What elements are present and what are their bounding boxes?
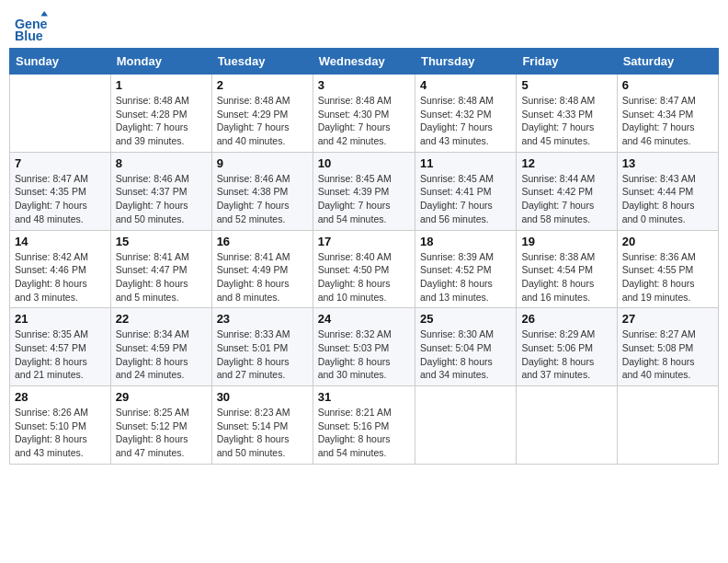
calendar-cell [10, 75, 111, 153]
calendar-cell: 26Sunrise: 8:29 AM Sunset: 5:06 PM Dayli… [517, 308, 617, 386]
day-info: Sunrise: 8:26 AM Sunset: 5:10 PM Dayligh… [15, 406, 106, 460]
day-info: Sunrise: 8:23 AM Sunset: 5:14 PM Dayligh… [217, 406, 308, 460]
day-number: 5 [521, 78, 611, 92]
day-number: 4 [420, 78, 511, 92]
calendar-cell: 24Sunrise: 8:32 AM Sunset: 5:03 PM Dayli… [313, 308, 415, 386]
day-number: 13 [622, 156, 713, 170]
week-row-2: 7Sunrise: 8:47 AM Sunset: 4:35 PM Daylig… [10, 152, 719, 230]
calendar-cell: 23Sunrise: 8:33 AM Sunset: 5:01 PM Dayli… [211, 308, 313, 386]
day-info: Sunrise: 8:45 AM Sunset: 4:39 PM Dayligh… [318, 172, 410, 226]
page-header: General Blue [9, 9, 719, 44]
calendar-cell: 4Sunrise: 8:48 AM Sunset: 4:32 PM Daylig… [415, 75, 516, 153]
day-number: 18 [420, 235, 511, 248]
day-number: 7 [15, 156, 106, 170]
day-info: Sunrise: 8:27 AM Sunset: 5:08 PM Dayligh… [622, 327, 713, 382]
day-info: Sunrise: 8:48 AM Sunset: 4:30 PM Dayligh… [318, 94, 410, 148]
day-number: 25 [420, 312, 511, 326]
day-number: 3 [318, 78, 410, 92]
day-info: Sunrise: 8:35 AM Sunset: 4:57 PM Dayligh… [15, 327, 106, 382]
day-info: Sunrise: 8:48 AM Sunset: 4:33 PM Dayligh… [521, 94, 611, 148]
calendar-cell: 15Sunrise: 8:41 AM Sunset: 4:47 PM Dayli… [110, 230, 211, 308]
calendar-cell: 11Sunrise: 8:45 AM Sunset: 4:41 PM Dayli… [415, 152, 516, 230]
day-info: Sunrise: 8:34 AM Sunset: 4:59 PM Dayligh… [116, 327, 207, 382]
day-number: 20 [622, 235, 713, 248]
calendar-cell: 20Sunrise: 8:36 AM Sunset: 4:55 PM Dayli… [617, 230, 718, 308]
day-info: Sunrise: 8:32 AM Sunset: 5:03 PM Dayligh… [318, 327, 410, 382]
day-number: 12 [521, 156, 611, 170]
day-number: 14 [15, 235, 106, 248]
calendar-cell: 16Sunrise: 8:41 AM Sunset: 4:49 PM Dayli… [211, 230, 313, 308]
day-number: 27 [622, 312, 713, 326]
day-info: Sunrise: 8:40 AM Sunset: 4:50 PM Dayligh… [318, 250, 410, 304]
day-number: 8 [116, 156, 207, 170]
day-number: 26 [521, 312, 611, 326]
svg-marker-2 [40, 11, 48, 17]
day-number: 1 [116, 78, 207, 92]
logo: General Blue [13, 9, 51, 44]
day-info: Sunrise: 8:48 AM Sunset: 4:29 PM Dayligh… [217, 94, 308, 148]
day-info: Sunrise: 8:47 AM Sunset: 4:34 PM Dayligh… [622, 94, 713, 148]
day-number: 21 [15, 312, 106, 326]
calendar-cell: 21Sunrise: 8:35 AM Sunset: 4:57 PM Dayli… [10, 308, 111, 386]
calendar-cell: 12Sunrise: 8:44 AM Sunset: 4:42 PM Dayli… [517, 152, 617, 230]
day-header-friday: Friday [517, 49, 617, 75]
day-info: Sunrise: 8:39 AM Sunset: 4:52 PM Dayligh… [420, 250, 511, 304]
calendar-cell: 22Sunrise: 8:34 AM Sunset: 4:59 PM Dayli… [110, 308, 211, 386]
calendar-cell: 2Sunrise: 8:48 AM Sunset: 4:29 PM Daylig… [211, 75, 313, 153]
day-number: 22 [116, 312, 207, 326]
day-info: Sunrise: 8:45 AM Sunset: 4:41 PM Dayligh… [420, 172, 511, 226]
week-row-3: 14Sunrise: 8:42 AM Sunset: 4:46 PM Dayli… [10, 230, 719, 308]
day-info: Sunrise: 8:25 AM Sunset: 5:12 PM Dayligh… [116, 406, 207, 460]
day-number: 6 [622, 78, 713, 92]
calendar-cell: 18Sunrise: 8:39 AM Sunset: 4:52 PM Dayli… [415, 230, 516, 308]
calendar-cell: 28Sunrise: 8:26 AM Sunset: 5:10 PM Dayli… [10, 386, 111, 465]
calendar-cell: 5Sunrise: 8:48 AM Sunset: 4:33 PM Daylig… [517, 75, 617, 153]
calendar-cell: 8Sunrise: 8:46 AM Sunset: 4:37 PM Daylig… [110, 152, 211, 230]
day-number: 9 [217, 156, 308, 170]
day-number: 2 [217, 78, 308, 92]
day-number: 15 [116, 235, 207, 248]
week-row-5: 28Sunrise: 8:26 AM Sunset: 5:10 PM Dayli… [10, 386, 719, 465]
day-header-thursday: Thursday [415, 49, 516, 75]
day-header-saturday: Saturday [617, 49, 718, 75]
day-header-monday: Monday [110, 49, 211, 75]
day-info: Sunrise: 8:46 AM Sunset: 4:38 PM Dayligh… [217, 172, 308, 226]
day-header-sunday: Sunday [10, 49, 111, 75]
calendar-cell: 3Sunrise: 8:48 AM Sunset: 4:30 PM Daylig… [313, 75, 415, 153]
calendar-cell: 1Sunrise: 8:48 AM Sunset: 4:28 PM Daylig… [110, 75, 211, 153]
svg-text:Blue: Blue [15, 29, 43, 43]
day-number: 31 [318, 390, 410, 404]
calendar-cell [517, 386, 617, 465]
calendar-cell: 9Sunrise: 8:46 AM Sunset: 4:38 PM Daylig… [211, 152, 313, 230]
calendar-cell: 14Sunrise: 8:42 AM Sunset: 4:46 PM Dayli… [10, 230, 111, 308]
calendar-cell: 13Sunrise: 8:43 AM Sunset: 4:44 PM Dayli… [617, 152, 718, 230]
day-info: Sunrise: 8:44 AM Sunset: 4:42 PM Dayligh… [521, 172, 611, 226]
day-number: 17 [318, 235, 410, 248]
day-info: Sunrise: 8:41 AM Sunset: 4:49 PM Dayligh… [217, 250, 308, 304]
week-row-4: 21Sunrise: 8:35 AM Sunset: 4:57 PM Dayli… [10, 308, 719, 386]
day-number: 29 [116, 390, 207, 404]
calendar-cell: 25Sunrise: 8:30 AM Sunset: 5:04 PM Dayli… [415, 308, 516, 386]
day-number: 28 [15, 390, 106, 404]
calendar-cell: 17Sunrise: 8:40 AM Sunset: 4:50 PM Dayli… [313, 230, 415, 308]
calendar-cell: 19Sunrise: 8:38 AM Sunset: 4:54 PM Dayli… [517, 230, 617, 308]
day-info: Sunrise: 8:30 AM Sunset: 5:04 PM Dayligh… [420, 327, 511, 382]
day-info: Sunrise: 8:41 AM Sunset: 4:47 PM Dayligh… [116, 250, 207, 304]
day-number: 19 [521, 235, 611, 248]
calendar-cell: 10Sunrise: 8:45 AM Sunset: 4:39 PM Dayli… [313, 152, 415, 230]
calendar-cell [415, 386, 516, 465]
day-info: Sunrise: 8:33 AM Sunset: 5:01 PM Dayligh… [217, 327, 308, 382]
calendar-cell: 31Sunrise: 8:21 AM Sunset: 5:16 PM Dayli… [313, 386, 415, 465]
calendar-cell [617, 386, 718, 465]
day-header-tuesday: Tuesday [211, 49, 313, 75]
calendar-table: SundayMondayTuesdayWednesdayThursdayFrid… [9, 48, 719, 465]
day-info: Sunrise: 8:48 AM Sunset: 4:32 PM Dayligh… [420, 94, 511, 148]
day-number: 10 [318, 156, 410, 170]
day-header-wednesday: Wednesday [313, 49, 415, 75]
calendar-cell: 30Sunrise: 8:23 AM Sunset: 5:14 PM Dayli… [211, 386, 313, 465]
calendar-cell: 29Sunrise: 8:25 AM Sunset: 5:12 PM Dayli… [110, 386, 211, 465]
day-number: 24 [318, 312, 410, 326]
day-number: 16 [217, 235, 308, 248]
day-info: Sunrise: 8:46 AM Sunset: 4:37 PM Dayligh… [116, 172, 207, 226]
day-info: Sunrise: 8:48 AM Sunset: 4:28 PM Dayligh… [116, 94, 207, 148]
